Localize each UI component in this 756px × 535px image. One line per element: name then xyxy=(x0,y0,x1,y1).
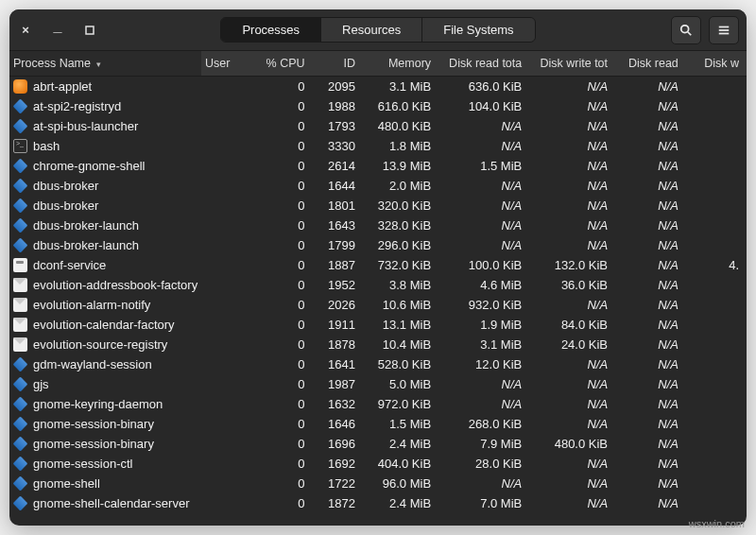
table-row[interactable]: evolution-source-registry0187810.4 MiB3.… xyxy=(9,335,747,354)
process-icon xyxy=(13,238,28,253)
cell: N/A xyxy=(615,394,686,414)
minimize-button[interactable]: _ xyxy=(49,18,66,35)
cell: 4. xyxy=(686,255,747,275)
cell xyxy=(201,96,251,116)
cell: N/A xyxy=(615,196,686,216)
cell xyxy=(201,493,251,513)
cell: 5.0 MiB xyxy=(363,374,438,394)
cell xyxy=(201,434,251,454)
table-row[interactable]: gnome-session-binary016461.5 MiB268.0 Ki… xyxy=(9,414,747,434)
column-header[interactable]: Disk read tota xyxy=(438,51,529,77)
process-name: gnome-keyring-daemon xyxy=(33,397,163,411)
cell xyxy=(201,116,251,136)
process-name-cell: gnome-session-ctl xyxy=(9,454,201,474)
cell xyxy=(686,275,747,295)
table-row[interactable]: at-spi2-registryd01988616.0 KiB104.0 KiB… xyxy=(9,96,747,116)
table-row[interactable]: gnome-session-binary016962.4 MiB7.9 MiB4… xyxy=(9,434,747,454)
column-header[interactable]: Process Name▾ xyxy=(9,51,201,77)
table-row[interactable]: dbus-broker-launch01643328.0 KiBN/AN/AN/… xyxy=(9,216,747,235)
column-header[interactable]: ID xyxy=(313,51,363,77)
table-row[interactable]: evolution-addressbook-factory019523.8 Mi… xyxy=(9,275,747,295)
tab-filesystems[interactable]: File Systems xyxy=(422,18,534,42)
cell xyxy=(686,315,747,335)
table-row[interactable]: chrome-gnome-shell0261413.9 MiB1.5 MiBN/… xyxy=(9,156,747,176)
cell: 1643 xyxy=(313,216,363,235)
cell: 0 xyxy=(251,77,312,97)
process-name-cell: gnome-session-binary xyxy=(9,414,201,434)
cell: 36.0 KiB xyxy=(529,275,615,295)
cell: 1887 xyxy=(313,255,363,275)
cell: N/A xyxy=(615,96,686,116)
search-button[interactable] xyxy=(671,16,701,44)
table-row[interactable]: gnome-session-ctl01692404.0 KiB28.0 KiBN… xyxy=(9,454,747,474)
process-icon xyxy=(13,437,28,452)
table-row[interactable]: dconf-service01887732.0 KiB100.0 KiB132.… xyxy=(9,255,747,275)
cell: N/A xyxy=(529,454,615,474)
cell xyxy=(686,196,747,216)
column-header[interactable]: % CPU xyxy=(251,51,312,77)
cell: 636.0 KiB xyxy=(438,77,529,97)
svg-rect-4 xyxy=(719,29,730,31)
cell: N/A xyxy=(615,493,686,513)
cell: N/A xyxy=(615,335,686,354)
table-row[interactable]: bash033301.8 MiBN/AN/AN/A xyxy=(9,136,747,156)
column-header[interactable]: User xyxy=(201,51,251,77)
cell: 0 xyxy=(251,156,312,176)
process-name: evolution-source-registry xyxy=(33,337,167,352)
process-name-cell: at-spi-bus-launcher xyxy=(9,116,201,136)
table-row[interactable]: dbus-broker016442.0 MiBN/AN/AN/A xyxy=(9,176,747,196)
cell: 320.0 KiB xyxy=(363,196,438,216)
table-row[interactable]: at-spi-bus-launcher01793480.0 KiBN/AN/AN… xyxy=(9,116,747,136)
column-header[interactable]: Disk w xyxy=(686,51,747,77)
process-icon xyxy=(13,337,27,352)
column-header[interactable]: Disk read xyxy=(615,51,686,77)
cell xyxy=(686,434,747,454)
cell: N/A xyxy=(615,216,686,235)
menu-button[interactable] xyxy=(709,16,739,44)
process-name: evolution-calendar-factory xyxy=(33,318,175,332)
cell: 3330 xyxy=(313,136,363,156)
table-row[interactable]: dbus-broker01801320.0 KiBN/AN/AN/A xyxy=(9,196,747,216)
cell: 100.0 KiB xyxy=(438,255,529,275)
svg-rect-3 xyxy=(719,26,730,27)
cell: N/A xyxy=(438,196,529,216)
table-row[interactable]: dbus-broker-launch01799296.0 KiBN/AN/AN/… xyxy=(9,235,747,255)
cell xyxy=(686,394,747,414)
table-row[interactable]: evolution-alarm-notify0202610.6 MiB932.0… xyxy=(9,295,747,315)
table-row[interactable]: gjs019875.0 MiBN/AN/AN/A xyxy=(9,374,747,394)
cell: 0 xyxy=(251,315,312,335)
process-name: gnome-session-binary xyxy=(33,417,154,431)
svg-rect-0 xyxy=(86,26,94,34)
close-button[interactable]: × xyxy=(17,22,34,39)
column-header[interactable]: Disk write tot xyxy=(529,51,615,77)
cell: 1692 xyxy=(313,454,363,474)
process-icon xyxy=(13,298,27,312)
cell: 616.0 KiB xyxy=(363,96,438,116)
column-header[interactable]: Memory xyxy=(363,51,438,77)
cell: 1632 xyxy=(313,394,363,414)
cell: N/A xyxy=(529,414,615,434)
cell: 3.8 MiB xyxy=(363,275,438,295)
cell xyxy=(686,235,747,255)
cell: 0 xyxy=(251,295,312,315)
watermark: wsxwin.com xyxy=(689,518,745,529)
table-row[interactable]: abrt-applet020953.1 MiB636.0 KiBN/AN/A xyxy=(9,77,747,97)
process-icon xyxy=(13,318,27,332)
tab-processes[interactable]: Processes xyxy=(221,18,321,42)
tab-resources[interactable]: Resources xyxy=(321,18,422,42)
cell: 1644 xyxy=(313,176,363,196)
table-row[interactable]: gnome-shell0172296.0 MiBN/AN/AN/A xyxy=(9,474,747,493)
cell xyxy=(201,216,251,235)
table-row[interactable]: gnome-keyring-daemon01632972.0 KiBN/AN/A… xyxy=(9,394,747,414)
cell: N/A xyxy=(615,374,686,394)
table-row[interactable]: gdm-wayland-session01641528.0 KiB12.0 Ki… xyxy=(9,354,747,374)
cell: 2614 xyxy=(313,156,363,176)
table-row[interactable]: evolution-calendar-factory0191113.1 MiB1… xyxy=(9,315,747,335)
maximize-button[interactable] xyxy=(81,22,98,39)
cell: 0 xyxy=(251,414,312,434)
cell xyxy=(201,255,251,275)
table-row[interactable]: gnome-shell-calendar-server018722.4 MiB7… xyxy=(9,493,747,513)
svg-line-2 xyxy=(688,31,692,35)
cell: N/A xyxy=(438,136,529,156)
cell: 480.0 KiB xyxy=(529,434,615,454)
